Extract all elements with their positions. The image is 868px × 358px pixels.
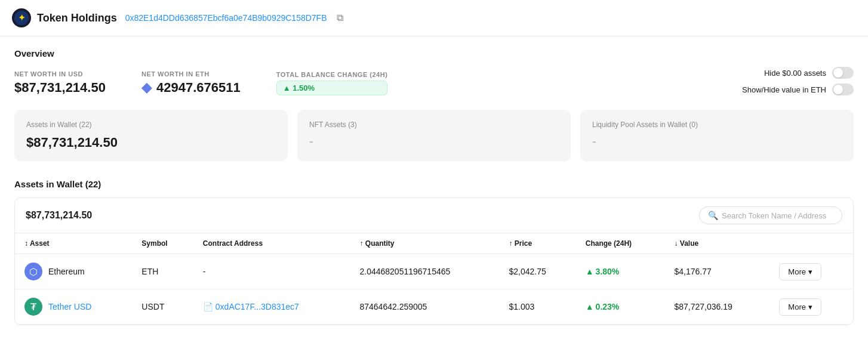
col-contract: Contract Address [193,233,350,254]
eth-logo-icon: ⬡ [24,263,42,280]
eth-diamond-icon: ◆ [141,80,152,95]
overview-title: Overview [14,48,854,58]
more-label-usdt: More [788,303,806,311]
card-assets-wallet-label: Assets in Wallet (22) [26,121,276,129]
search-icon: 🔍 [708,211,718,220]
copy-icon[interactable]: ⧉ [337,13,343,23]
toggle-show-eth-switch[interactable] [832,84,854,95]
overview-section: Overview NET WORTH IN USD $87,731,214.50… [0,36,868,101]
actions-usdt: More ▾ [769,289,853,325]
wallet-address: 0x82E1d4DDd636857Ebcf6a0e74B9b0929C158D7… [125,13,327,23]
metric-value-eth: ◆ 42947.676511 [141,80,241,95]
contract-eth: - [193,254,350,289]
col-quantity[interactable]: ↑ Quantity [350,233,499,254]
eth-value-text: 42947.676511 [156,80,241,95]
toggle-hide-zero-switch[interactable] [832,67,854,79]
change-eth: ▲ 3.80% [576,254,665,289]
asset-cell-eth: ⬡ Ethereum [15,254,132,289]
assets-section-title: Assets in Wallet (22) [14,179,854,189]
app-logo-icon: ✦ [12,8,31,27]
metric-net-worth-eth: NET WORTH IN ETH ◆ 42947.676511 [141,70,241,95]
sort-icon-value: ↓ [674,239,678,248]
search-placeholder-text: Search Token Name / Address [722,211,826,220]
table-row: ⬡ Ethereum ETH - 2.044682051196715465 $2… [15,254,853,289]
change-usdt: ▲ 0.23% [576,289,665,325]
asset-name-usdt: Tether USD [48,302,91,311]
toggle-show-eth: Show/Hide value in ETH [742,84,854,95]
change-badge: ▲ 1.50% [276,81,388,95]
more-button-usdt[interactable]: More ▾ [779,298,821,316]
card-nft-assets-label: NFT Assets (3) [309,121,559,129]
col-actions [769,233,853,254]
col-asset[interactable]: ↕ Asset [15,233,132,254]
card-assets-wallet-value: $87,731,214.50 [26,135,276,150]
search-box[interactable]: 🔍 Search Token Name / Address [699,206,842,224]
quantity-eth: 2.044682051196715465 [350,254,499,289]
col-price[interactable]: ↑ Price [499,233,575,254]
svg-text:✦: ✦ [18,13,26,23]
chevron-down-icon-usdt: ▾ [808,303,812,311]
actions-eth: More ▾ [769,254,853,289]
card-nft-assets-value: - [309,135,559,149]
change-value-eth: ▲ 3.80% [586,267,655,276]
cards-row: Assets in Wallet (22) $87,731,214.50 NFT… [0,101,868,173]
metric-balance-change: TOTAL BALANCE CHANGE (24H) ▲ 1.50% [276,71,388,95]
col-symbol: Symbol [132,233,193,254]
value-usdt: $87,727,036.19 [664,289,769,325]
quantity-usdt: 87464642.259005 [350,289,499,325]
metric-value-usd: $87,731,214.50 [14,80,106,95]
table-row: ₮ Tether USD USDT 📄 0xdAC17F...3D831ec7 … [15,289,853,325]
table-toolbar: $87,731,214.50 🔍 Search Token Name / Add… [15,198,853,233]
card-liquidity-pool-label: Liquidity Pool Assets in Wallet (0) [592,121,842,129]
value-eth: $4,176.77 [664,254,769,289]
card-assets-wallet: Assets in Wallet (22) $87,731,214.50 [14,110,288,161]
assets-table-container: $87,731,214.50 🔍 Search Token Name / Add… [14,197,854,325]
usdt-logo-icon: ₮ [24,298,42,316]
assets-section: Assets in Wallet (22) $87,731,214.50 🔍 S… [0,173,868,325]
col-value[interactable]: ↓ Value [664,233,769,254]
price-usdt: $1.003 [499,289,575,325]
toggle-hide-zero: Hide $0.00 assets [764,67,854,79]
up-arrow-usdt: ▲ [586,302,594,311]
contract-usdt: 📄 0xdAC17F...3D831ec7 [193,289,350,325]
assets-table: ↕ Asset Symbol Contract Address ↑ Quanti… [15,233,853,325]
metric-label-eth: NET WORTH IN ETH [141,70,241,78]
sort-icon-price: ↑ [509,239,512,248]
app-header: ✦ Token Holdings 0x82E1d4DDd636857Ebcf6a… [0,0,868,36]
contract-file-icon: 📄 [203,302,213,311]
up-arrow-eth: ▲ [586,267,594,276]
col-change: Change (24H) [576,233,665,254]
asset-cell-usdt: ₮ Tether USD [15,289,132,325]
price-eth: $2,042.75 [499,254,575,289]
metric-net-worth-usd: NET WORTH IN USD $87,731,214.50 [14,70,106,95]
more-button-eth[interactable]: More ▾ [779,263,821,280]
asset-name-eth: Ethereum [48,267,85,276]
symbol-usdt: USDT [132,289,193,325]
table-total: $87,731,214.50 [26,210,92,221]
table-header-row: ↕ Asset Symbol Contract Address ↑ Quanti… [15,233,853,254]
symbol-eth: ETH [132,254,193,289]
overview-metrics-row: NET WORTH IN USD $87,731,214.50 NET WORT… [14,67,854,95]
more-label-eth: More [788,267,806,276]
metric-label-change: TOTAL BALANCE CHANGE (24H) [276,71,388,78]
contract-link-usdt[interactable]: 📄 0xdAC17F...3D831ec7 [203,302,341,311]
app-title: Token Holdings [37,12,117,24]
card-nft-assets: NFT Assets (3) - [297,110,571,161]
toggle-hide-zero-label: Hide $0.00 assets [764,69,826,78]
card-liquidity-pool: Liquidity Pool Assets in Wallet (0) - [580,110,854,161]
col-sort-icon-asset: ↕ [24,239,30,248]
toggle-group: Hide $0.00 assets Show/Hide value in ETH [742,67,854,95]
toggle-show-eth-label: Show/Hide value in ETH [742,85,826,94]
metric-label-usd: NET WORTH IN USD [14,70,106,78]
sort-icon-quantity: ↑ [359,239,363,248]
change-value-usdt: ▲ 0.23% [586,302,655,311]
chevron-down-icon-eth: ▾ [808,267,812,276]
card-liquidity-pool-value: - [592,135,842,149]
